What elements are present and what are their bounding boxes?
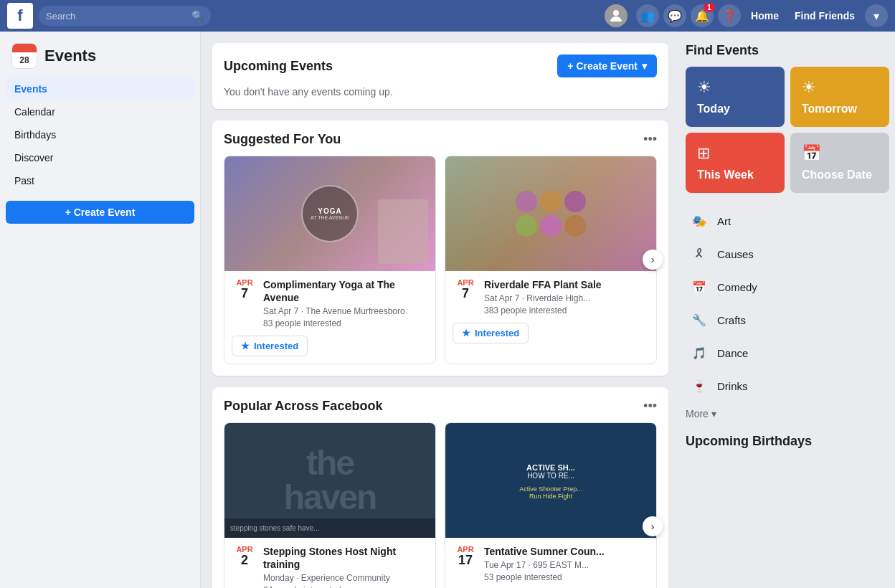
find-friends-nav-button[interactable]: Find Friends: [789, 10, 861, 22]
suggested-event-1: YOGA AT THE AVENUE APR 7: [224, 156, 436, 364]
suggested-events-section: Suggested For You ••• YOGA AT THE AVENUE: [212, 120, 668, 376]
facebook-logo: f: [7, 3, 33, 29]
suggested-event-1-body: APR 7 Complimentary Yoga at The Avenue S…: [224, 271, 435, 364]
popular-event-1: thehaven stepping stones safe have... AP…: [224, 422, 436, 588]
drinks-label: Drinks: [717, 380, 748, 392]
sidebar-item-discover[interactable]: Discover: [6, 146, 194, 169]
help-icon[interactable]: ❓: [718, 4, 741, 27]
category-art[interactable]: 🎭 Art: [686, 204, 889, 237]
category-causes[interactable]: 🎗 Causes: [686, 237, 889, 270]
sidebar-create-event-button[interactable]: + Create Event: [6, 201, 194, 224]
popular-events-title: Popular Across Facebook: [224, 399, 382, 414]
popular-event-2-body: APR 17 Tentative Sumner Coun... Tue Apr …: [445, 538, 656, 588]
popular-events-carousel: thehaven stepping stones safe have... AP…: [224, 422, 657, 588]
interested-label-2: Interested: [475, 328, 519, 338]
create-event-button[interactable]: + Create Event ▾: [557, 54, 657, 77]
messenger-icon[interactable]: 💬: [663, 4, 686, 27]
choose-date-label: Choose Date: [802, 169, 872, 181]
suggested-more-icon[interactable]: •••: [643, 132, 657, 147]
today-icon: ☀: [697, 78, 711, 97]
search-input[interactable]: [46, 11, 189, 22]
category-dance[interactable]: 🎵 Dance: [686, 336, 889, 369]
popular-event-2-name: Tentative Sumner Coun...: [484, 545, 649, 558]
causes-icon: 🎗: [688, 243, 710, 265]
category-comedy[interactable]: 📅 Comedy: [686, 270, 889, 303]
popular-event-1-name: Stepping Stones Host Night training: [263, 545, 428, 571]
avatar[interactable]: [605, 4, 628, 27]
event-1-date: APR 7 Complimentary Yoga at The Avenue S…: [232, 278, 428, 330]
event-1-interested-count: 83 people interested: [263, 318, 428, 330]
friends-icon[interactable]: 👥: [636, 4, 659, 27]
dance-label: Dance: [717, 347, 748, 359]
date-tiles-grid: ☀ Today ☀ Tomorrow ⊞ This Week 📅 Choose …: [686, 67, 889, 193]
suggested-event-1-image: YOGA AT THE AVENUE: [224, 156, 435, 271]
home-nav-button[interactable]: Home: [745, 10, 785, 22]
popular-event-1-interested-count: 64 people interested: [263, 584, 428, 588]
more-categories-link[interactable]: More ▾: [686, 405, 889, 422]
event-2-date: APR 7 Riverdale FFA Plant Sale Sat Apr 7…: [453, 278, 649, 317]
search-bar[interactable]: 🔍: [39, 6, 211, 26]
upcoming-events-section: Upcoming Events + Create Event ▾ You don…: [212, 43, 668, 109]
suggested-event-2-body: APR 7 Riverdale FFA Plant Sale Sat Apr 7…: [445, 271, 656, 351]
star-icon: ★: [241, 341, 250, 351]
tomorrow-icon: ☀: [802, 78, 816, 97]
art-icon: 🎭: [688, 210, 710, 232]
drinks-icon: 🍷: [688, 375, 710, 397]
dance-icon: 🎵: [688, 342, 710, 364]
event-2-interested-count: 383 people interested: [484, 305, 649, 317]
notifications-icon[interactable]: 🔔 1: [691, 4, 714, 27]
category-crafts[interactable]: 🔧 Crafts: [686, 303, 889, 336]
popular-events-section: Popular Across Facebook ••• thehaven ste…: [212, 387, 668, 588]
today-tile[interactable]: ☀ Today: [686, 67, 785, 127]
popular-event-1-date: APR 2 Stepping Stones Host Night trainin…: [232, 545, 428, 588]
art-label: Art: [717, 215, 731, 227]
popular-more-icon[interactable]: •••: [643, 399, 657, 414]
star-icon-2: ★: [462, 328, 470, 338]
suggested-events-carousel: YOGA AT THE AVENUE APR 7: [224, 156, 657, 364]
tomorrow-tile[interactable]: ☀ Tomorrow: [790, 67, 889, 127]
calendar-icon: 28: [11, 43, 37, 69]
find-events-widget: Find Events ☀ Today ☀ Tomorrow ⊞ This We…: [686, 43, 889, 422]
popular-carousel-next-button[interactable]: ›: [643, 516, 663, 536]
category-drinks[interactable]: 🍷 Drinks: [686, 369, 889, 402]
find-events-title: Find Events: [686, 43, 889, 58]
popular-event-2-image: ACTIVE SH... HOW TO RE... Active Shooter…: [445, 423, 656, 538]
sidebar-title: Events: [44, 47, 96, 65]
upcoming-birthdays-title: Upcoming Birthdays: [686, 434, 889, 449]
comedy-label: Comedy: [717, 281, 757, 293]
sidebar-item-past[interactable]: Past: [6, 169, 194, 192]
choose-date-icon: 📅: [802, 144, 821, 163]
no-events-message: You don't have any events coming up.: [224, 86, 657, 98]
event-2-meta: Sat Apr 7 · Riverdale High...: [484, 293, 649, 305]
right-panel: Find Events ☀ Today ☀ Tomorrow ⊞ This We…: [680, 32, 895, 588]
choose-date-tile[interactable]: 📅 Choose Date: [790, 133, 889, 193]
crafts-label: Crafts: [717, 314, 746, 326]
popular-event-1-image: thehaven stepping stones safe have...: [224, 423, 435, 538]
tomorrow-label: Tomorrow: [802, 103, 857, 115]
calendar-day: 28: [12, 52, 37, 68]
comedy-icon: 📅: [688, 276, 710, 298]
suggested-event-2-image: [445, 156, 656, 271]
event-1-interested-button[interactable]: ★ Interested: [232, 336, 308, 356]
this-week-icon: ⊞: [697, 144, 710, 163]
suggested-events-grid: YOGA AT THE AVENUE APR 7: [224, 156, 657, 364]
sidebar-item-events[interactable]: Events: [6, 77, 194, 100]
top-navigation: f 🔍 👥 💬 🔔 1 ❓ Home Find Friends ▾: [0, 0, 895, 32]
sidebar-item-birthdays[interactable]: Birthdays: [6, 123, 194, 146]
search-icon: 🔍: [191, 10, 204, 22]
upcoming-events-title: Upcoming Events: [224, 59, 333, 74]
notifications-badge: 1: [704, 3, 715, 12]
more-nav-icon[interactable]: ▾: [865, 4, 888, 27]
event-1-name: Complimentary Yoga at The Avenue: [263, 278, 428, 304]
carousel-next-button[interactable]: ›: [643, 250, 663, 270]
main-content: Upcoming Events + Create Event ▾ You don…: [201, 32, 680, 588]
popular-event-2-meta: Tue Apr 17 · 695 EAST M...: [484, 559, 649, 572]
popular-event-1-meta: Monday · Experience Community: [263, 572, 428, 584]
sidebar-item-calendar[interactable]: Calendar: [6, 100, 194, 123]
causes-label: Causes: [717, 248, 754, 260]
suggested-events-header: Suggested For You •••: [224, 132, 657, 147]
dropdown-arrow-icon: ▾: [642, 60, 647, 72]
this-week-tile[interactable]: ⊞ This Week: [686, 133, 785, 193]
more-label: More: [686, 408, 709, 419]
event-2-interested-button[interactable]: ★ Interested: [453, 323, 529, 343]
